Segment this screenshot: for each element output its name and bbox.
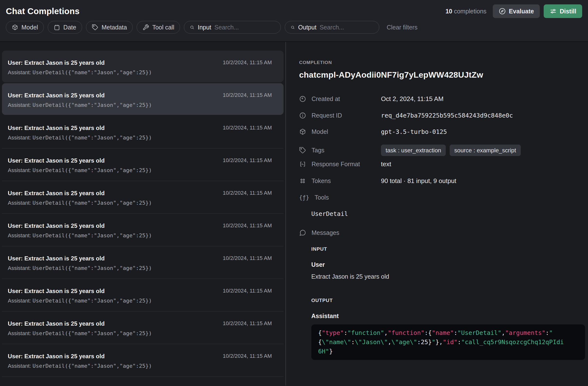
wrench-icon (143, 24, 149, 31)
field-label: Response Format (312, 161, 360, 168)
row-timestamp: 10/2/2024, 11:15 AM (223, 353, 272, 359)
completion-row[interactable]: User: Extract Jason is 25 years oldAssis… (2, 344, 284, 377)
tool-name: UserDetail (311, 210, 585, 217)
completion-id: chatcmpl-ADyAodii0NF7ig7yLepWW428UJtZw (299, 70, 585, 79)
search-icon (291, 24, 295, 31)
completion-detail-panel: COMPLETION chatcmpl-ADyAodii0NF7ig7yLepW… (286, 42, 588, 386)
input-search[interactable]: Input (184, 21, 281, 34)
detail-field-request-id: Request IDreq_d4e7ba759225b595c584243d9c… (299, 112, 585, 119)
field-value: text (381, 160, 391, 168)
output-search-label: Output (298, 24, 316, 31)
row-assistant-line: Assistant: UserDetail({"name":"Jason","a… (8, 363, 272, 369)
tools-icon: {ƒ} (299, 194, 309, 201)
chat-bubble-icon (299, 229, 306, 236)
row-timestamp: 10/2/2024, 11:15 AM (223, 125, 272, 131)
detail-field-created-at: Created atOct 2, 2024, 11:15 AM (299, 95, 585, 103)
filter-bar: ModelDateMetadataTool call Input Output … (6, 19, 582, 34)
row-timestamp: 10/2/2024, 11:15 AM (223, 92, 272, 98)
cube-icon (299, 128, 306, 135)
completion-row[interactable]: User: Extract Jason is 25 years oldAssis… (2, 149, 284, 181)
row-assistant-line: Assistant: UserDetail({"name":"Jason","a… (8, 135, 272, 141)
detail-field-model: Modelgpt-3.5-turbo-0125 (299, 128, 585, 135)
input-search-field[interactable] (214, 24, 275, 31)
output-search-field[interactable] (320, 24, 373, 31)
messages-header: Messages (299, 229, 585, 236)
compass-icon (499, 8, 506, 15)
distill-button[interactable]: Distill (544, 4, 582, 18)
output-code-block: {"type":"function","function":{"name":"U… (311, 325, 585, 360)
filter-pill-metadata[interactable]: Metadata (86, 21, 133, 34)
calendar-icon (54, 24, 60, 31)
row-timestamp: 10/2/2024, 11:15 AM (223, 157, 272, 164)
filter-pill-label: Metadata (102, 24, 127, 31)
row-assistant-line: Assistant: UserDetail({"name":"Jason","a… (8, 265, 272, 271)
filter-pill-date[interactable]: Date (48, 21, 82, 34)
field-label: Model (312, 128, 328, 135)
completion-row[interactable]: User: Extract Jason is 25 years oldAssis… (2, 246, 284, 279)
completion-row[interactable]: User: Extract Jason is 25 years oldAssis… (2, 311, 284, 344)
detail-field-tokens: Tokens90 total · 81 input, 9 output (299, 177, 585, 185)
row-assistant-line: Assistant: UserDetail({"name":"Jason","a… (8, 232, 272, 239)
input-role: User (311, 261, 585, 268)
output-search[interactable]: Output (285, 21, 379, 34)
completion-row[interactable]: User: Extract Jason is 25 years oldAssis… (2, 83, 284, 115)
field-value: Oct 2, 2024, 11:15 AM (381, 95, 443, 103)
row-assistant-line: Assistant: UserDetail({"name":"Jason","a… (8, 330, 272, 337)
field-label: Created at (312, 96, 340, 102)
input-content: Extract Jason is 25 years old (311, 273, 585, 280)
field-label: Tokens (312, 177, 331, 184)
evaluate-button[interactable]: Evaluate (493, 4, 540, 18)
page-title: Chat Completions (6, 6, 80, 16)
row-timestamp: 10/2/2024, 11:15 AM (223, 255, 272, 261)
row-assistant-line: Assistant: UserDetail({"name":"Jason","a… (8, 200, 272, 206)
field-value: req_d4e7ba759225b595c584243d9c848e0c (381, 112, 513, 119)
row-timestamp: 10/2/2024, 11:15 AM (223, 320, 272, 327)
field-label: Tools (315, 194, 329, 201)
row-timestamp: 10/2/2024, 11:15 AM (223, 288, 272, 294)
detail-field-response-format: Response Formattext (299, 160, 585, 168)
header: Chat Completions 10 completions Evaluate… (0, 0, 588, 42)
tag-chip: task : user_extraction (381, 145, 446, 156)
row-timestamp: 10/2/2024, 11:15 AM (223, 222, 272, 229)
row-assistant-line: Assistant: UserDetail({"name":"Jason","a… (8, 69, 272, 76)
row-assistant-line: Assistant: UserDetail({"name":"Jason","a… (8, 298, 272, 304)
response-format-icon (299, 161, 306, 168)
output-role: Assistant (311, 312, 585, 320)
tag-chip: source : example_script (450, 145, 521, 156)
detail-field-tools: {ƒ}Tools (299, 194, 585, 201)
completion-section-label: COMPLETION (299, 60, 585, 65)
row-assistant-line: Assistant: UserDetail({"name":"Jason","a… (8, 167, 272, 174)
completion-row[interactable]: User: Extract Jason is 25 years oldAssis… (2, 214, 284, 246)
output-section-label: OUTPUT (311, 298, 585, 303)
tag-icon (299, 147, 306, 154)
input-search-label: Input (198, 24, 211, 31)
clock-icon (299, 96, 306, 102)
messages-label: Messages (312, 229, 339, 236)
search-icon (190, 24, 194, 31)
completion-row[interactable]: User: Extract Jason is 25 years oldAssis… (2, 279, 284, 311)
detail-field-tags: Tagstask : user_extractionsource : examp… (299, 145, 585, 156)
field-label: Tags (312, 147, 324, 154)
filter-pill-label: Date (63, 24, 76, 31)
cube-icon (12, 24, 18, 31)
completion-row[interactable]: User: Extract Jason is 25 years oldAssis… (2, 51, 284, 82)
completions-list: User: Extract Jason is 25 years oldAssis… (0, 42, 286, 386)
row-timestamp: 10/2/2024, 11:15 AM (223, 59, 272, 66)
completion-row[interactable]: User: Extract Jason is 25 years oldAssis… (2, 116, 284, 149)
field-value: gpt-3.5-turbo-0125 (381, 128, 447, 135)
filter-pill-model[interactable]: Model (6, 21, 44, 34)
row-timestamp: 10/2/2024, 11:15 AM (223, 190, 272, 196)
filter-pill-tool-call[interactable]: Tool call (137, 21, 180, 34)
clear-filters-button[interactable]: Clear filters (387, 24, 417, 31)
filter-pill-label: Tool call (152, 24, 174, 31)
info-icon (299, 112, 306, 119)
filter-pill-label: Model (21, 24, 38, 31)
row-assistant-line: Assistant: UserDetail({"name":"Jason","a… (8, 102, 272, 108)
tag-icon (92, 24, 98, 31)
input-section-label: INPUT (311, 246, 585, 252)
field-value: 90 total · 81 input, 9 output (381, 177, 456, 185)
completions-count: 10 completions (445, 8, 486, 15)
completion-row[interactable]: User: Extract Jason is 25 years oldAssis… (2, 181, 284, 214)
tokens-icon (299, 177, 306, 184)
field-label: Request ID (312, 112, 342, 119)
